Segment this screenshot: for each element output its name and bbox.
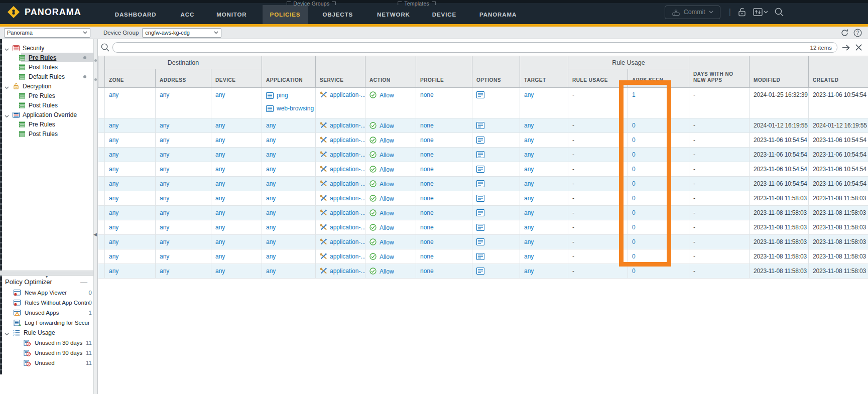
- application-link[interactable]: any: [266, 151, 276, 158]
- cell-service[interactable]: application-...: [316, 162, 365, 177]
- cell-target[interactable]: any: [520, 206, 568, 220]
- cell-service[interactable]: application-...: [316, 88, 365, 118]
- cell-service[interactable]: application-...: [316, 177, 365, 191]
- device-group-select[interactable]: cngfw-aws-kg-cdg: [142, 28, 221, 38]
- cell-options[interactable]: [472, 162, 520, 177]
- tab-dashboard[interactable]: DASHBOARD: [107, 5, 164, 24]
- cell-address[interactable]: any: [156, 235, 211, 249]
- cell-profile[interactable]: none: [416, 118, 472, 133]
- cell-address[interactable]: any: [156, 177, 211, 191]
- cell-profile[interactable]: none: [416, 235, 472, 249]
- cell-apps-seen[interactable]: 0: [628, 235, 689, 249]
- collapse-sidebar-icon[interactable]: ◀: [93, 232, 97, 237]
- push-changes-icon[interactable]: [753, 7, 768, 18]
- cell-address[interactable]: any: [156, 88, 211, 118]
- cell-action[interactable]: Allow: [365, 88, 416, 118]
- commit-button[interactable]: Commit: [665, 6, 720, 19]
- application-link[interactable]: web-browsing: [277, 102, 314, 115]
- cell-action[interactable]: Allow: [365, 220, 416, 235]
- application-link[interactable]: any: [266, 253, 276, 260]
- cell-profile[interactable]: none: [416, 133, 472, 148]
- cell-apps-seen[interactable]: 0: [628, 191, 689, 206]
- cell-zone[interactable]: any: [105, 206, 156, 220]
- column-header-rule-usage[interactable]: RULE USAGE: [568, 69, 628, 88]
- tab-policies[interactable]: POLICIES: [263, 5, 308, 24]
- column-header-device[interactable]: DEVICE: [211, 69, 262, 88]
- cell-application[interactable]: any: [262, 162, 316, 177]
- table-row[interactable]: anyanyanypingweb-browsingapplication-...…: [98, 88, 868, 118]
- cell-options[interactable]: [472, 118, 520, 133]
- cell-profile[interactable]: none: [416, 220, 472, 235]
- cell-zone[interactable]: any: [105, 220, 156, 235]
- cell-action[interactable]: Allow: [365, 191, 416, 206]
- cell-address[interactable]: any: [156, 264, 211, 279]
- cell-zone[interactable]: any: [105, 88, 156, 118]
- tab-network[interactable]: NETWORK: [369, 5, 418, 24]
- cell-apps-seen[interactable]: 0: [628, 148, 689, 162]
- cell-device[interactable]: any: [211, 148, 262, 162]
- cell-profile[interactable]: none: [416, 264, 472, 279]
- table-row[interactable]: anyanyanyanyapplication-...Allownoneany-…: [98, 133, 868, 148]
- cell-profile[interactable]: none: [416, 206, 472, 220]
- po-item-log-forwarding[interactable]: Log Forwarding for Security Ser: [0, 318, 93, 328]
- po-item-unused-30-days[interactable]: Unused in 30 days 11: [0, 338, 93, 348]
- sidebar-splitter[interactable]: ◀: [93, 39, 98, 394]
- sidebar-item-decryption[interactable]: Decryption: [0, 81, 93, 91]
- cell-service[interactable]: application-...: [316, 264, 365, 279]
- application-link[interactable]: ping: [277, 89, 288, 102]
- cell-options[interactable]: [472, 235, 520, 249]
- tab-device[interactable]: DEVICE: [425, 5, 464, 24]
- cell-options[interactable]: [472, 88, 520, 118]
- column-header-apps-seen[interactable]: APPS SEEN: [628, 69, 689, 88]
- cell-application[interactable]: any: [262, 206, 316, 220]
- cell-action[interactable]: Allow: [365, 148, 416, 162]
- help-icon[interactable]: ?: [853, 29, 862, 37]
- column-header-service[interactable]: SERVICE: [316, 56, 365, 88]
- global-search-icon[interactable]: [774, 7, 785, 18]
- application-link[interactable]: any: [266, 195, 276, 202]
- cell-device[interactable]: any: [211, 220, 262, 235]
- cell-target[interactable]: any: [520, 220, 568, 235]
- cell-zone[interactable]: any: [105, 118, 156, 133]
- application-link[interactable]: any: [266, 180, 276, 187]
- rule-usage-group-header[interactable]: Rule Usage: [568, 56, 689, 69]
- po-item-rule-usage[interactable]: Rule Usage: [0, 328, 93, 338]
- apply-filter-icon[interactable]: [841, 43, 850, 52]
- cell-address[interactable]: any: [156, 191, 211, 206]
- application-link[interactable]: any: [266, 238, 276, 245]
- column-header-zone[interactable]: ZONE: [105, 69, 156, 88]
- cell-apps-seen[interactable]: 0: [628, 118, 689, 133]
- cell-address[interactable]: any: [156, 118, 211, 133]
- cell-zone[interactable]: any: [105, 177, 156, 191]
- cell-profile[interactable]: none: [416, 148, 472, 162]
- cell-action[interactable]: Allow: [365, 118, 416, 133]
- sidebar-item-security-post-rules[interactable]: Post Rules: [0, 62, 93, 72]
- po-item-unused-90-days[interactable]: Unused in 90 days 11: [0, 348, 93, 358]
- application-link[interactable]: any: [266, 268, 276, 275]
- cell-device[interactable]: any: [211, 249, 262, 264]
- cell-device[interactable]: any: [211, 191, 262, 206]
- column-header-created[interactable]: CREATED: [809, 56, 868, 88]
- cell-device[interactable]: any: [211, 177, 262, 191]
- cell-application[interactable]: pingweb-browsing: [262, 88, 316, 118]
- cell-target[interactable]: any: [520, 118, 568, 133]
- cell-service[interactable]: application-...: [316, 220, 365, 235]
- clear-filter-icon[interactable]: [854, 43, 863, 52]
- table-row[interactable]: anyanyanyanyapplication-...Allownoneany-…: [98, 191, 868, 206]
- cell-zone[interactable]: any: [105, 249, 156, 264]
- column-header-action[interactable]: ACTION: [365, 56, 416, 88]
- cell-address[interactable]: any: [156, 133, 211, 148]
- application-link[interactable]: any: [266, 137, 276, 144]
- cell-target[interactable]: any: [520, 88, 568, 118]
- table-row[interactable]: anyanyanyanyapplication-...Allownoneany-…: [98, 220, 868, 235]
- sidebar-item-decryption-pre-rules[interactable]: Pre Rules: [0, 91, 93, 100]
- cell-application[interactable]: any: [262, 177, 316, 191]
- cell-action[interactable]: Allow: [365, 264, 416, 279]
- table-row[interactable]: anyanyanyanyapplication-...Allownoneany-…: [98, 148, 868, 162]
- column-header-application[interactable]: APPLICATION: [262, 56, 316, 88]
- cell-options[interactable]: [472, 148, 520, 162]
- cell-apps-seen[interactable]: 0: [628, 206, 689, 220]
- table-row[interactable]: anyanyanyanyapplication-...Allownoneany-…: [98, 206, 868, 220]
- table-row[interactable]: anyanyanyanyapplication-...Allownoneany-…: [98, 249, 868, 264]
- cell-target[interactable]: any: [520, 177, 568, 191]
